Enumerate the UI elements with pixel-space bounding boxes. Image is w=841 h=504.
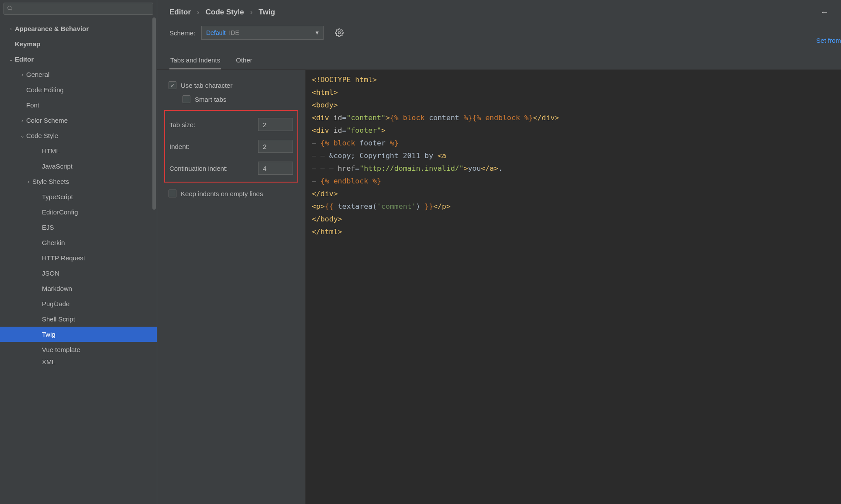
code-token: </p>: [433, 202, 451, 211]
code-token: <a: [438, 152, 446, 160]
sidebar-item-editor[interactable]: ⌄Editor: [0, 52, 157, 67]
sidebar-item-html[interactable]: HTML: [0, 143, 157, 159]
sidebar-item-label: Gherkin: [42, 239, 65, 246]
svg-point-2: [338, 32, 341, 34]
code-token: </div>: [312, 190, 338, 198]
code-token: href: [338, 164, 355, 173]
sidebar-item-pug-jade[interactable]: Pug/Jade: [0, 296, 157, 311]
smart-tabs-label: Smart tabs: [195, 96, 227, 103]
sidebar-item-label: JavaScript: [42, 162, 72, 170]
code-token: %}: [520, 114, 533, 122]
sidebar-item-keymap[interactable]: Keymap: [0, 36, 157, 52]
use-tab-row: Use tab character: [164, 79, 298, 93]
code-token: {%: [472, 114, 486, 122]
code-token: endblock: [334, 177, 368, 185]
crumb-twig: Twig: [259, 8, 275, 17]
sidebar-item-general[interactable]: ›General: [0, 67, 157, 82]
code-token: &copy; Copyright 2011 by: [329, 152, 438, 160]
set-from-link[interactable]: Set from: [816, 37, 841, 44]
sidebar-item-javascript[interactable]: JavaScript: [0, 159, 157, 174]
sidebar-item-label: Pug/Jade: [42, 300, 69, 307]
tab-tabs-and-indents[interactable]: Tabs and Indents: [169, 53, 221, 69]
sidebar-item-font[interactable]: Font: [0, 97, 157, 113]
sidebar-item-label: EJS: [42, 224, 54, 231]
sidebar-item-label: HTML: [42, 147, 60, 155]
code-token: id: [334, 126, 342, 135]
smart-tabs-row: Smart tabs: [164, 93, 298, 107]
sidebar-item-label: Font: [26, 101, 39, 109]
code-token: {{: [325, 202, 338, 211]
continuation-label: Continuation indent:: [169, 165, 227, 172]
sidebar-item-label: Vue template: [42, 346, 80, 353]
chevron-icon: ›: [7, 26, 15, 32]
sidebar-item-label: HTTP Request: [42, 254, 85, 262]
sidebar-item-markdown[interactable]: Markdown: [0, 281, 157, 296]
sidebar-item-gherkin[interactable]: Gherkin: [0, 235, 157, 250]
continuation-input[interactable]: [258, 162, 293, 175]
sidebar-item-label: General: [26, 71, 49, 78]
crumb-code-style[interactable]: Code Style: [206, 8, 244, 17]
sidebar-item-editorconfig[interactable]: EditorConfig: [0, 204, 157, 220]
sidebar-item-label: TypeScript: [42, 193, 73, 200]
code-token: <p>: [312, 202, 325, 211]
scheme-row: Scheme: Default IDE ▼ Set from: [157, 21, 841, 45]
search-input[interactable]: [3, 3, 153, 15]
sidebar-item-label: Style Sheets: [32, 178, 69, 185]
tab-size-input[interactable]: [258, 118, 293, 131]
settings-sidebar: ›Appearance & BehaviorKeymap⌄Editor›Gene…: [0, 0, 157, 504]
sidebar-item-code-editing[interactable]: Code Editing: [0, 82, 157, 97]
chevron-icon: ›: [24, 179, 32, 185]
code-token: %}: [464, 114, 472, 122]
indent-guide-icon: — — —: [312, 164, 338, 173]
sidebar-item-xml[interactable]: XML: [0, 357, 157, 366]
chevron-icon: ⌄: [18, 133, 26, 139]
sidebar-item-typescript[interactable]: TypeScript: [0, 189, 157, 204]
sidebar-item-label: Keymap: [15, 40, 40, 48]
scheme-select[interactable]: Default IDE ▼: [201, 26, 324, 40]
keep-empty-checkbox[interactable]: [169, 190, 176, 197]
gear-icon[interactable]: [335, 28, 344, 37]
code-token: </html>: [312, 228, 342, 236]
content-split: Use tab character Smart tabs Tab size: I…: [157, 70, 841, 504]
code-token: you: [468, 164, 481, 173]
code-token: footer: [355, 139, 389, 147]
code-token: "footer": [346, 126, 381, 135]
settings-main: Editor › Code Style › Twig ← Scheme: Def…: [157, 0, 841, 504]
code-token: "content": [346, 114, 385, 122]
code-token: </div>: [533, 114, 559, 122]
sidebar-item-style-sheets[interactable]: ›Style Sheets: [0, 174, 157, 189]
scheme-scope: IDE: [229, 29, 239, 36]
sidebar-item-label: Color Scheme: [26, 117, 68, 124]
code-token: ): [416, 202, 424, 211]
back-arrow-icon[interactable]: ←: [820, 7, 829, 17]
code-token: >: [386, 114, 390, 122]
sidebar-item-color-scheme[interactable]: ›Color Scheme: [0, 113, 157, 128]
code-token: >: [381, 126, 386, 135]
code-token: "http://domain.invalid/": [359, 164, 463, 173]
code-token: endblock: [485, 114, 520, 122]
sidebar-item-shell-script[interactable]: Shell Script: [0, 311, 157, 327]
chevron-icon: ›: [18, 117, 26, 124]
tab-size-label: Tab size:: [169, 121, 195, 128]
sidebar-item-label: Markdown: [42, 285, 72, 292]
sidebar-item-http-request[interactable]: HTTP Request: [0, 250, 157, 266]
sidebar-item-json[interactable]: JSON: [0, 266, 157, 281]
smart-tabs-checkbox[interactable]: [183, 95, 190, 103]
code-token: block: [403, 114, 425, 122]
sidebar-item-code-style[interactable]: ⌄Code Style: [0, 128, 157, 143]
indent-guide-icon: —: [312, 139, 321, 147]
tab-size-row: Tab size:: [167, 114, 296, 135]
sidebar-item-vue-template[interactable]: Vue template: [0, 342, 157, 357]
tab-other[interactable]: Other: [235, 53, 253, 69]
crumb-editor[interactable]: Editor: [169, 8, 191, 17]
code-token: {%: [390, 114, 403, 122]
use-tab-checkbox[interactable]: [169, 81, 176, 89]
sidebar-item-appearance-behavior[interactable]: ›Appearance & Behavior: [0, 21, 157, 36]
sidebar-item-ejs[interactable]: EJS: [0, 220, 157, 235]
sidebar-item-twig[interactable]: Twig: [0, 327, 157, 342]
sidebar-scrollbar[interactable]: [152, 17, 156, 210]
code-token: >: [464, 164, 468, 173]
indent-row: Indent:: [167, 135, 296, 157]
indent-input[interactable]: [258, 140, 293, 153]
code-token: }}: [424, 202, 433, 211]
